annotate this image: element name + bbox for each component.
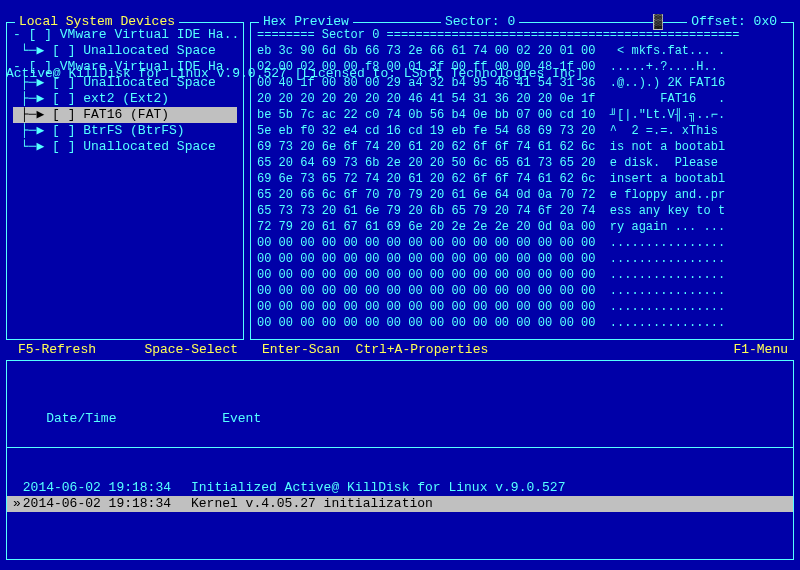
log-col-datetime: Date/Time (46, 411, 222, 427)
hex-line: 02 00 02 00 00 f8 00 01 3f 00 ff 00 00 4… (257, 59, 787, 75)
hex-dump[interactable]: ======== Sector 0 ======================… (257, 27, 787, 335)
log-datetime: 2014-06-02 19:18:34 (15, 480, 191, 496)
select-hint: Space-Select (144, 342, 238, 358)
hex-line: 72 79 20 61 67 61 69 6e 20 2e 2e 2e 20 0… (257, 219, 787, 235)
device-tree-item[interactable]: - [ ] VMware Virtual IDE Ha.. (13, 27, 237, 43)
device-tree-item[interactable]: ├─▶ [ ] BtrFS (BtrFS) (13, 123, 237, 139)
log-event: Initialized Active@ KillDisk for Linux v… (191, 480, 565, 495)
hex-line: eb 3c 90 6d 6b 66 73 2e 66 61 74 00 02 2… (257, 43, 787, 59)
hex-line: 65 20 64 69 73 6b 2e 20 20 50 6c 65 61 7… (257, 155, 787, 171)
hex-line: ======== Sector 0 ======================… (257, 27, 787, 43)
hex-line: 00 00 00 00 00 00 00 00 00 00 00 00 00 0… (257, 315, 787, 331)
log-panel: Date/TimeEvent 2014-06-02 19:18:34Initia… (6, 360, 794, 560)
hex-line: 00 00 00 00 00 00 00 00 00 00 00 00 00 0… (257, 235, 787, 251)
menu-hint: F1-Menu (733, 342, 788, 358)
hex-line: 20 20 20 20 20 20 20 46 41 54 31 36 20 2… (257, 91, 787, 107)
device-tree-item[interactable]: ├─▶ [ ] Unallocated Space (13, 75, 237, 91)
log-row[interactable]: 2014-06-02 19:18:34Initialized Active@ K… (7, 480, 793, 496)
log-body[interactable]: 2014-06-02 19:18:34Initialized Active@ K… (7, 480, 793, 512)
hex-line: 65 73 73 20 61 6e 79 20 6b 65 79 20 74 6… (257, 203, 787, 219)
hex-line: be 5b 7c ac 22 c0 74 0b 56 b4 0e bb 07 0… (257, 107, 787, 123)
devices-statusbar: F5-Refresh Space-Select (12, 342, 244, 358)
log-col-event: Event (222, 411, 261, 426)
hex-line: 00 00 00 00 00 00 00 00 00 00 00 00 00 0… (257, 251, 787, 267)
log-row[interactable]: 2014-06-02 19:18:34Kernel v.4.05.27 init… (7, 496, 793, 512)
device-tree-item[interactable]: ├─▶ [ ] ext2 (Ext2) (13, 91, 237, 107)
scan-hint: Enter-Scan Ctrl+A-Properties (262, 342, 488, 358)
hex-line: 65 20 66 6c 6f 70 70 79 20 61 6e 64 0d 0… (257, 187, 787, 203)
device-tree[interactable]: - [ ] VMware Virtual IDE Ha.. └─▶ [ ] Un… (13, 27, 237, 335)
devices-panel: Local System Devices - [ ] VMware Virtua… (6, 22, 244, 340)
log-datetime: 2014-06-02 19:18:34 (15, 496, 191, 512)
hex-line: 00 40 1f 00 80 00 29 a4 32 b4 95 46 41 5… (257, 75, 787, 91)
hex-line: 5e eb f0 32 e4 cd 16 cd 19 eb fe 54 68 6… (257, 123, 787, 139)
device-tree-item[interactable]: └─▶ [ ] Unallocated Space (13, 43, 237, 59)
log-header: Date/TimeEvent (7, 393, 793, 448)
device-tree-item[interactable]: ├─▶ [ ] FAT16 (FAT) (13, 107, 237, 123)
hex-line: 69 73 20 6e 6f 74 20 61 20 62 6f 6f 74 6… (257, 139, 787, 155)
device-tree-item[interactable]: - [ ] VMware Virtual IDE Ha.. (13, 59, 237, 75)
hex-line: 00 00 00 00 00 00 00 00 00 00 00 00 00 0… (257, 299, 787, 315)
log-event: Kernel v.4.05.27 initialization (191, 496, 433, 511)
hex-line: 69 6e 73 65 72 74 20 61 20 62 6f 6f 74 6… (257, 171, 787, 187)
refresh-hint: F5-Refresh (18, 342, 96, 358)
device-tree-item[interactable]: └─▶ [ ] Unallocated Space (13, 139, 237, 155)
hex-panel: Hex Preview Sector: 0 ▓ Offset: 0x0 ====… (250, 22, 794, 340)
hex-line: 00 00 00 00 00 00 00 00 00 00 00 00 00 0… (257, 267, 787, 283)
hex-line: 00 00 00 00 00 00 00 00 00 00 00 00 00 0… (257, 283, 787, 299)
hex-statusbar: Enter-Scan Ctrl+A-Properties F1-Menu (256, 342, 794, 358)
